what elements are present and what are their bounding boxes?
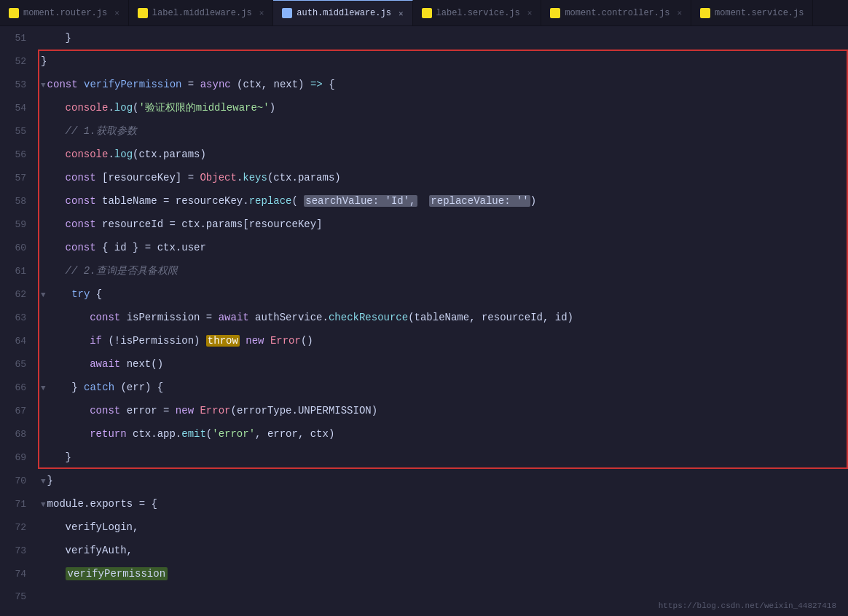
- line-number: 54: [0, 97, 38, 120]
- line-content: }: [38, 446, 848, 469]
- table-row: 53 ▼const verifyPermission = async (ctx,…: [0, 73, 848, 96]
- table-row: 69 }: [0, 446, 848, 469]
- table-row: 73 verifyAuth,: [0, 539, 848, 562]
- tab-bar: moment.router.js ✕ label.middleware.js ✕…: [0, 0, 848, 26]
- table-row: 74 verifyPermission: [0, 562, 848, 585]
- tab-label-label-middleware: label.middleware.js: [152, 8, 252, 18]
- tab-icon-moment-router: [9, 8, 19, 18]
- tab-label-auth-middleware: auth.middleware.js: [297, 8, 391, 18]
- line-content: ▼ try {: [38, 283, 848, 307]
- table-row: 52 }: [0, 50, 848, 73]
- line-number: 55: [0, 120, 38, 143]
- table-row: 72 verifyLogin,: [0, 516, 848, 539]
- line-number: 64: [0, 330, 38, 353]
- table-row: 56 console.log(ctx.params): [0, 143, 848, 166]
- line-content: verifyLogin,: [38, 516, 848, 539]
- close-icon-moment-controller[interactable]: ✕: [677, 8, 682, 17]
- line-content: ▼const verifyPermission = async (ctx, ne…: [38, 73, 848, 97]
- line-content: if (!isPermission) throw new Error(): [38, 329, 848, 352]
- line-number: 65: [0, 353, 38, 376]
- line-content: ▼}: [38, 469, 848, 493]
- fold-icon-70[interactable]: ▼: [41, 477, 46, 486]
- table-row: 60 const { id } = ctx.user: [0, 236, 848, 259]
- code-area: 51 } 52 } 53 ▼const verifyPermission = a…: [0, 26, 848, 616]
- tab-icon-moment-controller: [550, 8, 560, 18]
- tab-label-moment-controller: moment.controller.js: [565, 8, 670, 18]
- line-number: 63: [0, 307, 38, 330]
- line-number: 59: [0, 213, 38, 237]
- code-lines: 51 } 52 } 53 ▼const verifyPermission = a…: [0, 26, 848, 616]
- fold-icon-catch[interactable]: ▼: [41, 384, 46, 392]
- fold-icon[interactable]: ▼: [41, 81, 46, 90]
- line-content: await next(): [38, 352, 848, 376]
- line-content: verifyAuth,: [38, 539, 848, 562]
- tab-moment-service[interactable]: moment.service.js: [691, 0, 813, 25]
- line-number: 62: [0, 283, 38, 307]
- table-row: 70 ▼}: [0, 469, 848, 492]
- line-number: 67: [0, 400, 38, 423]
- line-number: 70: [0, 470, 38, 493]
- table-row: 66 ▼ } catch (err) {: [0, 376, 848, 399]
- tab-moment-controller[interactable]: moment.controller.js ✕: [541, 0, 691, 25]
- line-content: verifyPermission: [38, 562, 848, 585]
- line-number: 72: [0, 516, 38, 540]
- fold-icon-71[interactable]: ▼: [41, 500, 46, 509]
- line-number: 51: [0, 27, 38, 50]
- tab-label-moment-router: moment.router.js: [23, 8, 107, 18]
- table-row: 64 if (!isPermission) throw new Error(): [0, 329, 848, 352]
- close-icon-label-service[interactable]: ✕: [527, 8, 533, 17]
- line-content: }: [38, 50, 848, 73]
- line-number: 73: [0, 540, 38, 563]
- fold-icon-try[interactable]: ▼: [41, 291, 46, 299]
- line-number: 71: [0, 493, 38, 516]
- line-number: 58: [0, 190, 38, 213]
- line-content: const [resourceKey] = Object.keys(ctx.pa…: [38, 166, 848, 189]
- line-content: return ctx.app.emit('error', error, ctx): [38, 422, 848, 446]
- line-content: console.log('验证权限的middleware~'): [38, 96, 848, 119]
- table-row: 54 console.log('验证权限的middleware~'): [0, 96, 848, 119]
- table-row: 65 await next(): [0, 352, 848, 376]
- line-content: // 1.获取参数: [38, 119, 848, 143]
- line-content: const tableName = resourceKey.replace( s…: [38, 189, 848, 213]
- line-content: const resourceId = ctx.params[resourceKe…: [38, 213, 848, 236]
- line-number: 74: [0, 563, 38, 586]
- tab-icon-label-service: [422, 8, 432, 18]
- tab-auth-middleware[interactable]: auth.middleware.js ✕: [273, 0, 412, 25]
- line-content: const { id } = ctx.user: [38, 236, 848, 259]
- line-content: ▼ } catch (err) {: [38, 376, 848, 400]
- line-number: 75: [0, 585, 38, 609]
- line-content: // 2.查询是否具备权限: [38, 259, 848, 283]
- line-number: 68: [0, 423, 38, 446]
- line-number: 57: [0, 167, 38, 190]
- line-content: const error = new Error(errorType.UNPERM…: [38, 399, 848, 422]
- table-row: 62 ▼ try {: [0, 283, 848, 306]
- line-content: console.log(ctx.params): [38, 143, 848, 166]
- line-number: 52: [0, 50, 38, 74]
- table-row: 59 const resourceId = ctx.params[resourc…: [0, 213, 848, 236]
- tab-label-service[interactable]: label.service.js ✕: [413, 0, 542, 25]
- line-number: 53: [0, 74, 38, 97]
- tab-icon-label-middleware: [138, 8, 148, 18]
- line-content: const isPermission = await authService.c…: [38, 306, 848, 329]
- tab-icon-moment-service: [700, 8, 710, 18]
- table-row: 57 const [resourceKey] = Object.keys(ctx…: [0, 166, 848, 189]
- tab-label-moment-service: moment.service.js: [715, 8, 804, 18]
- line-number: 61: [0, 260, 38, 283]
- close-icon-moment-router[interactable]: ✕: [114, 8, 119, 17]
- watermark: https://blog.csdn.net/weixin_44827418: [659, 601, 836, 610]
- line-content: }: [38, 26, 848, 50]
- table-row: 55 // 1.获取参数: [0, 119, 848, 143]
- table-row: 68 return ctx.app.emit('error', error, c…: [0, 422, 848, 446]
- close-icon-label-middleware[interactable]: ✕: [259, 8, 264, 17]
- line-content: ▼module.exports = {: [38, 492, 848, 516]
- tab-label-middleware[interactable]: label.middleware.js ✕: [129, 0, 273, 25]
- line-number: 66: [0, 376, 38, 400]
- table-row: 51 }: [0, 26, 848, 50]
- table-row: 61 // 2.查询是否具备权限: [0, 259, 848, 283]
- table-row: 67 const error = new Error(errorType.UNP…: [0, 399, 848, 422]
- line-number: 69: [0, 446, 38, 470]
- tab-moment-router[interactable]: moment.router.js ✕: [0, 0, 129, 25]
- line-number: 56: [0, 143, 38, 167]
- table-row: 63 const isPermission = await authServic…: [0, 306, 848, 329]
- close-icon-auth-middleware[interactable]: ✕: [399, 9, 404, 18]
